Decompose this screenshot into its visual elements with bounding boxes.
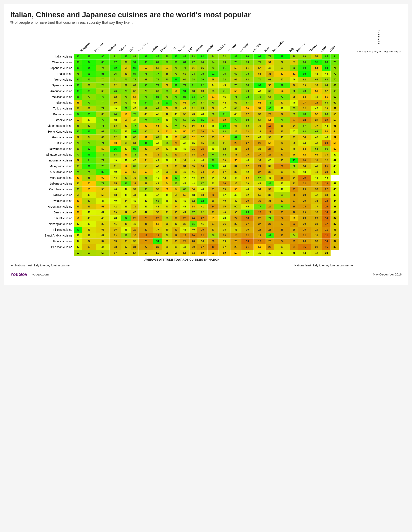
data-cell: 21 — [290, 244, 298, 250]
data-cell: 70 — [74, 140, 82, 146]
data-cell: 27 — [139, 244, 153, 250]
data-cell: 44 — [208, 175, 219, 181]
data-cell: 42 — [131, 221, 139, 227]
data-cell: 50 — [110, 140, 121, 146]
data-cell: 46 — [162, 117, 172, 123]
data-cell: 39 — [322, 105, 331, 111]
table-row: Taiwanese cuisine68875996428837374246483… — [10, 146, 354, 152]
data-cell: 48 — [82, 221, 96, 227]
data-cell: 89 — [230, 54, 241, 59]
data-cell: 39 — [110, 209, 121, 215]
data-cell: 64 — [322, 83, 331, 88]
data-cell: 22 — [153, 215, 162, 221]
data-cell: 65 — [82, 175, 96, 181]
data-cell: 48 — [322, 71, 331, 77]
data-cell: 42 — [241, 192, 254, 198]
data-cell: 62 — [190, 198, 197, 204]
avg-cell: 32 — [331, 244, 339, 250]
data-cell: 33 — [110, 233, 121, 238]
avg-cell: 49 — [331, 158, 339, 163]
data-cell: 78 — [197, 71, 208, 77]
average-label: AVERAGE ATTITUDE TOWARDS CUISINES BY NAT… — [10, 258, 354, 261]
data-cell: 79 — [180, 83, 189, 88]
data-cell: 59 — [197, 175, 208, 181]
data-cell: 42 — [241, 169, 254, 175]
table-row: Saudi Arabian cuisine4742413367301821602… — [10, 233, 354, 238]
data-cell: 22 — [197, 233, 208, 238]
table-row: American cuisine938368767562706975569168… — [10, 88, 354, 94]
data-cell: 51 — [162, 129, 172, 134]
data-cell: 69 — [121, 59, 131, 65]
data-cell: 29 — [172, 233, 180, 238]
table-row: Danish cuisine51484739394042564135416762… — [10, 209, 354, 215]
data-cell: 68 — [241, 77, 254, 83]
data-cell: 66 — [208, 233, 219, 238]
data-cell: 48 — [180, 204, 189, 209]
data-cell: 78 — [230, 59, 241, 65]
data-cell: 52 — [190, 134, 197, 140]
data-cell: 63 — [153, 134, 162, 140]
data-cell: 62 — [274, 59, 290, 65]
data-cell: 28 — [230, 244, 241, 250]
data-cell: 34 — [298, 163, 311, 169]
data-cell: 39 — [298, 83, 311, 88]
data-cell: 50 — [74, 198, 82, 204]
data-cell: 80 — [139, 83, 153, 88]
data-cell: 54 — [274, 88, 290, 94]
data-cell: 68 — [230, 71, 241, 77]
data-cell: 27 — [274, 221, 290, 227]
data-cell: 67 — [190, 209, 197, 215]
data-cell: 58 — [180, 111, 189, 117]
avg-cell: 50 — [331, 140, 339, 146]
data-cell: 45 — [180, 227, 189, 233]
data-cell: 27 — [290, 198, 298, 204]
data-cell: 44 — [208, 83, 219, 88]
data-cell: 32 — [274, 140, 290, 146]
side-label-average: AVERAGE — [376, 29, 381, 46]
data-cell: 50 — [82, 181, 96, 186]
data-cell: 77 — [131, 123, 139, 129]
data-cell: 77 — [153, 117, 162, 123]
avg-cell: 37 — [331, 221, 339, 227]
data-cell: 54 — [172, 186, 180, 192]
row-label: Mexican cuisine — [10, 94, 74, 100]
data-cell: 57 — [274, 100, 290, 105]
data-cell: 35 — [208, 134, 219, 140]
data-cell: 35 — [110, 227, 121, 233]
row-label: French cuisine — [10, 77, 74, 83]
table-row: Vietnamese cuisine6667756339775355427459… — [10, 123, 354, 129]
data-cell: 62 — [190, 105, 197, 111]
data-cell: 32 — [274, 111, 290, 117]
data-cell: 67 — [82, 123, 96, 129]
data-cell: 67 — [254, 175, 266, 181]
data-cell: 60 — [230, 204, 241, 209]
data-cell: 20 — [190, 233, 197, 238]
data-cell: 95 — [311, 59, 322, 65]
table-row: Korean cuisine87866674507843454245584348… — [10, 111, 354, 117]
data-cell: 56 — [254, 192, 266, 198]
row-label: Australian cuisine — [10, 169, 74, 175]
data-cell: 46 — [110, 186, 121, 192]
data-cell: 16 — [298, 244, 311, 250]
data-cell: 41 — [290, 169, 298, 175]
data-cell: 45 — [241, 204, 254, 209]
data-cell: 91 — [139, 54, 153, 59]
data-cell: 23 — [298, 117, 311, 123]
data-cell: 43 — [266, 175, 274, 181]
data-cell: 86 — [82, 111, 96, 117]
data-cell: 48 — [190, 175, 197, 181]
data-cell: 11 — [322, 233, 331, 238]
data-cell: 51 — [208, 215, 219, 221]
data-cell: 16 — [298, 175, 311, 181]
data-cell: 27 — [197, 244, 208, 250]
data-cell: 54 — [208, 169, 219, 175]
data-cell: 62 — [131, 88, 139, 94]
data-cell: 68 — [82, 83, 96, 88]
data-cell: 58 — [208, 77, 219, 83]
row-label: Saudi Arabian cuisine — [10, 233, 74, 238]
data-cell: 29 — [298, 186, 311, 192]
data-cell: 47 — [153, 169, 162, 175]
data-cell: 38 — [131, 175, 139, 181]
data-cell: 51 — [311, 88, 322, 94]
data-cell: 35 — [190, 163, 197, 169]
